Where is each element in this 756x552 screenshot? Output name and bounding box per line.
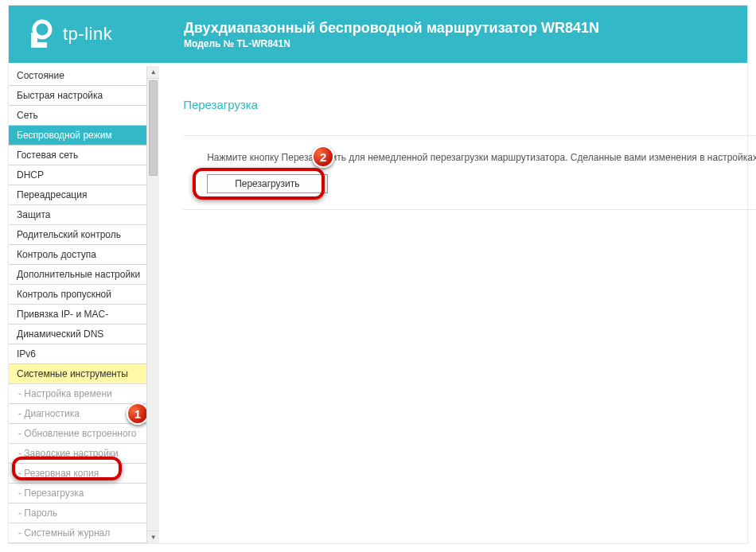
divider (183, 209, 756, 210)
sidebar-li: Настройка времени (9, 384, 146, 404)
sidebar-item-6[interactable]: Переадресация (9, 185, 146, 204)
sidebar-item-1[interactable]: Быстрая настройка (9, 86, 146, 105)
sidebar-li: Родительский контроль (9, 225, 146, 245)
sidebar-li: Беспроводной режим (9, 126, 146, 146)
divider (183, 135, 756, 136)
sidebar-item-5[interactable]: DHCP (9, 165, 146, 185)
sidebar-item-22[interactable]: Пароль (9, 503, 146, 523)
sidebar-li: Сеть (9, 106, 146, 126)
sidebar-li: Динамический DNS (9, 325, 146, 344)
model-label: Модель № TL-WR841N (184, 38, 731, 49)
sidebar-item-23[interactable]: Системный журнал (9, 523, 146, 542)
brand-name: tp-link (63, 24, 112, 45)
sidebar: СостояниеБыстрая настройкаСетьБеспроводн… (9, 66, 159, 543)
sidebar-item-12[interactable]: Привязка IP- и MAC- (9, 305, 146, 324)
sidebar-item-11[interactable]: Контроль пропускной (9, 285, 146, 304)
sidebar-li: Контроль доступа (9, 245, 146, 265)
sidebar-li: Перезагрузка (9, 484, 146, 503)
sidebar-li: DHCP (9, 165, 146, 185)
sidebar-li: Системные инструменты (9, 364, 146, 384)
sidebar-item-13[interactable]: Динамический DNS (9, 325, 146, 344)
header: tp-link Двухдиапазонный беспроводной мар… (9, 6, 747, 63)
tplink-logo-icon (25, 18, 57, 50)
brand-logo: tp-link (25, 18, 112, 50)
scroll-down-icon[interactable]: ▼ (147, 531, 159, 543)
instruction-text: Нажмите кнопку Перезагрузить для немедле… (207, 152, 756, 163)
scroll-thumb[interactable] (149, 80, 158, 176)
sidebar-li: IPv6 (9, 344, 146, 364)
sidebar-item-14[interactable]: IPv6 (9, 344, 146, 363)
page-title: Двухдиапазонный беспроводной маршрутизат… (184, 20, 731, 37)
sidebar-item-21[interactable]: Перезагрузка (9, 484, 146, 503)
sidebar-li: Заводские настройки (9, 444, 146, 464)
annotation-badge-1: 1 (127, 402, 146, 425)
content-area: Перезагрузка Нажмите кнопку Перезагрузит… (159, 66, 756, 543)
sidebar-item-0[interactable]: Состояние (9, 66, 146, 85)
sidebar-li: Состояние (9, 66, 146, 86)
sidebar-scrollbar[interactable]: ▲ ▼ (146, 66, 159, 543)
sidebar-item-10[interactable]: Дополнительные настройки (9, 265, 146, 284)
sidebar-item-8[interactable]: Родительский контроль (9, 225, 146, 244)
sidebar-item-18[interactable]: Обновление встроенного (9, 424, 146, 443)
sidebar-li: Системный журнал (9, 523, 146, 543)
sidebar-item-3[interactable]: Беспроводной режим (9, 126, 146, 145)
sidebar-item-4[interactable]: Гостевая сеть (9, 146, 146, 165)
svg-rect-2 (31, 42, 47, 48)
reboot-button[interactable]: Перезагрузить (207, 174, 327, 193)
content-title: Перезагрузка (183, 98, 756, 111)
sidebar-li: Привязка IP- и MAC- (9, 305, 146, 325)
sidebar-li: Дополнительные настройки (9, 265, 146, 285)
annotation-badge-2: 2 (312, 146, 334, 168)
sidebar-item-19[interactable]: Заводские настройки (9, 444, 146, 463)
scroll-up-icon[interactable]: ▲ (147, 66, 159, 79)
sidebar-li: Обновление встроенного (9, 424, 146, 444)
sidebar-li: Контроль пропускной (9, 285, 146, 305)
sidebar-item-20[interactable]: Резервная копия (9, 464, 146, 483)
sidebar-li: Резервная копия (9, 464, 146, 484)
sidebar-item-16[interactable]: Настройка времени (9, 384, 146, 403)
sidebar-item-9[interactable]: Контроль доступа (9, 245, 146, 264)
sidebar-li: Быстрая настройка (9, 86, 146, 106)
sidebar-item-2[interactable]: Сеть (9, 106, 146, 125)
sidebar-item-15[interactable]: Системные инструменты (9, 364, 146, 383)
sidebar-li: Переадресация (9, 185, 146, 205)
sidebar-li: Пароль (9, 503, 146, 523)
sidebar-li: Защита (9, 205, 146, 225)
sidebar-item-7[interactable]: Защита (9, 205, 146, 224)
sidebar-li: Гостевая сеть (9, 146, 146, 165)
